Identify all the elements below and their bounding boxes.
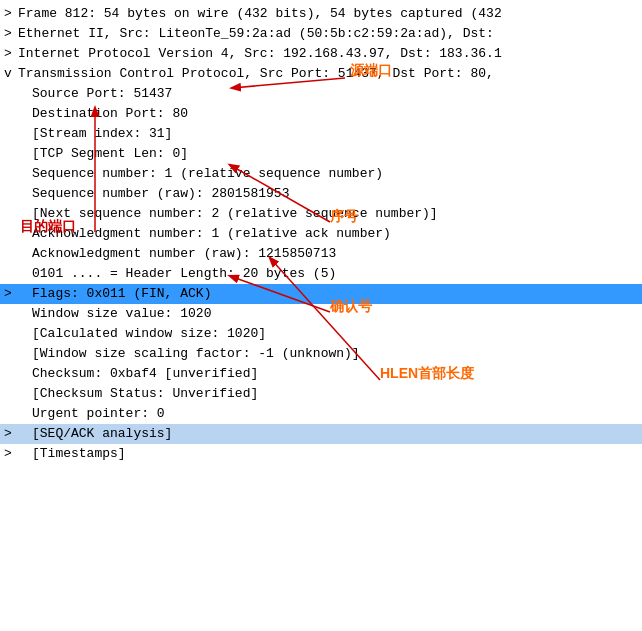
row-ipv4-text: Internet Protocol Version 4, Src: 192.16… [18,45,502,63]
row-flags[interactable]: >Flags: 0x011 (FIN, ACK) [0,284,642,304]
row-timestamps-text: [Timestamps] [32,445,126,463]
row-flags-text: Flags: 0x011 (FIN, ACK) [32,285,211,303]
row-seq-num[interactable]: Sequence number: 1 (relative sequence nu… [0,164,642,184]
row-seq-ack[interactable]: >[SEQ/ACK analysis] [0,424,642,444]
row-frame-expander[interactable]: > [4,5,18,23]
row-src-port-text: Source Port: 51437 [32,85,172,103]
row-dst-port-text: Destination Port: 80 [32,105,188,123]
row-timestamps[interactable]: >[Timestamps] [0,444,642,464]
row-checksum-text: Checksum: 0xbaf4 [unverified] [32,365,258,383]
row-tcp-seg-len-text: [TCP Segment Len: 0] [32,145,188,163]
packet-detail: >Frame 812: 54 bytes on wire (432 bits),… [0,0,642,468]
row-next-seq-text: [Next sequence number: 2 (relative seque… [32,205,438,223]
row-window-size[interactable]: Window size value: 1020 [0,304,642,324]
row-stream-index-text: [Stream index: 31] [32,125,172,143]
row-checksum-status[interactable]: [Checksum Status: Unverified] [0,384,642,404]
row-tcp-text: Transmission Control Protocol, Src Port:… [18,65,494,83]
row-calc-window[interactable]: [Calculated window size: 1020] [0,324,642,344]
row-seq-raw-text: Sequence number (raw): 2801581953 [32,185,289,203]
row-tcp-seg-len[interactable]: [TCP Segment Len: 0] [0,144,642,164]
row-checksum[interactable]: Checksum: 0xbaf4 [unverified] [0,364,642,384]
row-urgent[interactable]: Urgent pointer: 0 [0,404,642,424]
row-header-len-text: 0101 .... = Header Length: 20 bytes (5) [32,265,336,283]
row-ethernet[interactable]: >Ethernet II, Src: LiteonTe_59:2a:ad (50… [0,24,642,44]
row-seq-ack-text: [SEQ/ACK analysis] [32,425,172,443]
row-frame[interactable]: >Frame 812: 54 bytes on wire (432 bits),… [0,4,642,24]
row-ethernet-expander[interactable]: > [4,25,18,43]
row-seq-ack-expander[interactable]: > [4,425,18,443]
row-ack-raw-text: Acknowledgment number (raw): 1215850713 [32,245,336,263]
row-src-port[interactable]: Source Port: 51437 [0,84,642,104]
row-window-size-text: Window size value: 1020 [32,305,211,323]
row-tcp[interactable]: vTransmission Control Protocol, Src Port… [0,64,642,84]
row-next-seq[interactable]: [Next sequence number: 2 (relative seque… [0,204,642,224]
row-ack-raw[interactable]: Acknowledgment number (raw): 1215850713 [0,244,642,264]
row-checksum-status-text: [Checksum Status: Unverified] [32,385,258,403]
row-seq-num-text: Sequence number: 1 (relative sequence nu… [32,165,383,183]
row-ack-num[interactable]: Acknowledgment number: 1 (relative ack n… [0,224,642,244]
row-calc-window-text: [Calculated window size: 1020] [32,325,266,343]
row-seq-raw[interactable]: Sequence number (raw): 2801581953 [0,184,642,204]
row-tcp-expander[interactable]: v [4,65,18,83]
row-window-scaling-text: [Window size scaling factor: -1 (unknown… [32,345,360,363]
row-dst-port[interactable]: Destination Port: 80 [0,104,642,124]
row-flags-expander[interactable]: > [4,285,18,303]
row-ipv4[interactable]: >Internet Protocol Version 4, Src: 192.1… [0,44,642,64]
row-ipv4-expander[interactable]: > [4,45,18,63]
row-urgent-text: Urgent pointer: 0 [32,405,165,423]
row-timestamps-expander[interactable]: > [4,445,18,463]
row-header-len[interactable]: 0101 .... = Header Length: 20 bytes (5) [0,264,642,284]
row-ack-num-text: Acknowledgment number: 1 (relative ack n… [32,225,391,243]
row-ethernet-text: Ethernet II, Src: LiteonTe_59:2a:ad (50:… [18,25,494,43]
row-stream-index[interactable]: [Stream index: 31] [0,124,642,144]
row-window-scaling[interactable]: [Window size scaling factor: -1 (unknown… [0,344,642,364]
row-frame-text: Frame 812: 54 bytes on wire (432 bits), … [18,5,502,23]
